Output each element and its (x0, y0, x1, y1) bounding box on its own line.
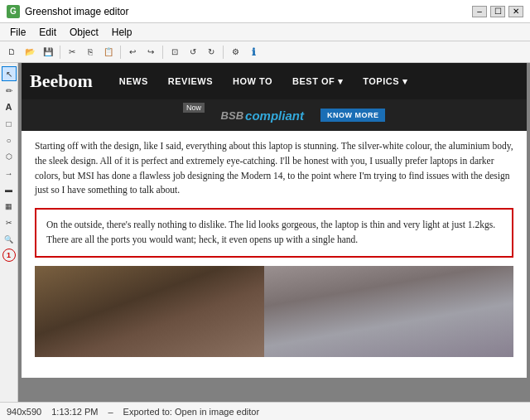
article-body: Starting off with the design, like I sai… (22, 131, 527, 365)
toolbar-info[interactable]: ℹ (245, 44, 262, 60)
toolbar-new[interactable]: 🗋 (3, 44, 20, 60)
toolbar-undo[interactable]: ↩ (124, 44, 141, 60)
maximize-button[interactable]: ☐ (490, 6, 505, 17)
main-area: ↖ ✏ A □ ○ ⬡ → ▬ ▦ ✂ 🔍 1 Beebom NEWS REVI… (0, 63, 530, 402)
canvas-area[interactable]: Beebom NEWS REVIEWS HOW TO BEST OF ▾ TOP… (18, 63, 530, 402)
ad-compliant-text: compliant (245, 109, 304, 123)
app-icon-letter: G (10, 7, 17, 16)
toolbar-rotate-right[interactable]: ↻ (203, 44, 219, 60)
menu-help[interactable]: Help (105, 25, 139, 40)
ad-know-more-btn: KNOW MORE (320, 109, 386, 122)
ad-badge: Now (183, 103, 205, 113)
toolbar-cut[interactable]: ✂ (64, 44, 80, 60)
toolbar-sep-3 (162, 46, 163, 59)
tool-zoom[interactable]: 🔍 (2, 232, 17, 247)
window-title: Greenshot image editor (25, 6, 128, 17)
close-button[interactable]: ✕ (508, 6, 523, 17)
menu-bar: File Edit Object Help (0, 23, 530, 41)
export-label: Exported to: Open in image editor (123, 407, 259, 417)
menu-file[interactable]: File (3, 25, 32, 40)
export-info: – (108, 407, 113, 417)
tool-pencil[interactable]: ✏ (2, 83, 17, 98)
site-logo: Beebom (30, 70, 93, 92)
tool-polygon[interactable]: ⬡ (2, 149, 17, 164)
tool-arrow[interactable]: → (2, 166, 17, 181)
window-controls: – ☐ ✕ (472, 6, 523, 17)
highlight-box: On the outside, there's really nothing t… (35, 208, 513, 258)
nav-best-of: BEST OF ▾ (282, 63, 353, 99)
left-tool-panel: ↖ ✏ A □ ○ ⬡ → ▬ ▦ ✂ 🔍 1 (0, 63, 18, 402)
toolbar-sep-2 (120, 46, 121, 59)
tool-counter[interactable]: 1 (2, 249, 16, 262)
nav-how-to: HOW TO (223, 63, 282, 99)
ad-brand: BSB (221, 109, 243, 122)
tool-text[interactable]: A (2, 99, 17, 114)
nav-reviews: REVIEWS (158, 63, 223, 99)
title-bar: G Greenshot image editor – ☐ ✕ (0, 0, 530, 23)
app-icon: G (7, 5, 20, 18)
toolbar-sep-4 (223, 46, 224, 59)
tool-select[interactable]: ↖ (2, 66, 17, 81)
toolbar-redo[interactable]: ↪ (142, 44, 159, 60)
toolbar-copy[interactable]: ⎘ (82, 44, 99, 60)
toolbar-settings[interactable]: ⚙ (227, 44, 243, 60)
article-image (35, 266, 513, 357)
site-header: Beebom NEWS REVIEWS HOW TO BEST OF ▾ TOP… (22, 63, 527, 99)
timestamp: 1:13:12 PM (51, 407, 98, 417)
image-dimensions: 940x590 (7, 407, 41, 417)
nav-topics: TOPICS ▾ (353, 63, 417, 99)
ad-banner: Now BSB compliant KNOW MORE (22, 99, 527, 131)
tool-obfuscate[interactable]: ▦ (2, 199, 17, 214)
highlight-text: On the outside, there's really nothing t… (46, 218, 502, 248)
toolbar-sep-1 (60, 46, 60, 59)
article-main-text: Starting off with the design, like I sai… (35, 139, 513, 198)
tool-highlight[interactable]: ▬ (2, 182, 17, 197)
title-bar-left: G Greenshot image editor (7, 5, 128, 18)
menu-edit[interactable]: Edit (32, 25, 63, 40)
toolbar-paste[interactable]: 📋 (100, 44, 117, 60)
toolbar-save[interactable]: 💾 (40, 44, 56, 60)
toolbar-rotate-left[interactable]: ↺ (185, 44, 201, 60)
site-nav: NEWS REVIEWS HOW TO BEST OF ▾ TOPICS ▾ (109, 63, 417, 99)
tool-rectangle[interactable]: □ (2, 116, 17, 131)
toolbar-open[interactable]: 📂 (22, 44, 38, 60)
image-left (35, 266, 264, 357)
minimize-button[interactable]: – (472, 6, 487, 17)
nav-news: NEWS (109, 63, 158, 99)
toolbar: 🗋 📂 💾 ✂ ⎘ 📋 ↩ ↪ ⊡ ↺ ↻ ⚙ ℹ (0, 41, 530, 63)
tool-crop[interactable]: ✂ (2, 215, 17, 230)
menu-object[interactable]: Object (63, 25, 105, 40)
toolbar-crop[interactable]: ⊡ (166, 44, 183, 60)
status-bar: 940x590 1:13:12 PM – Exported to: Open i… (0, 402, 530, 420)
image-right (264, 266, 513, 357)
screenshot-image: Beebom NEWS REVIEWS HOW TO BEST OF ▾ TOP… (22, 63, 527, 378)
tool-ellipse[interactable]: ○ (2, 133, 17, 147)
